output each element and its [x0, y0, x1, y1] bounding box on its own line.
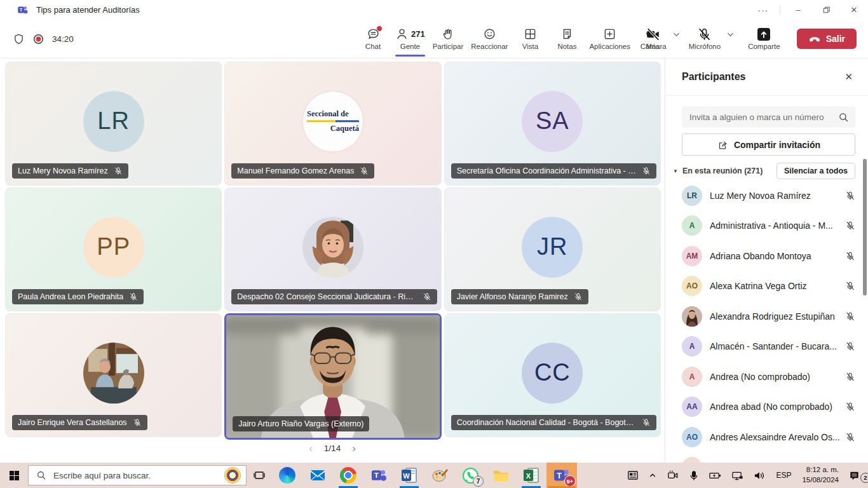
panel-scrollbar-thumb[interactable] [863, 159, 867, 295]
participant-row[interactable]: AO Alexa Katrina Vega Ortiz [665, 271, 868, 302]
video-tile-jairo-enrique[interactable]: Jairo Enrique Vera Castellanos [5, 313, 222, 437]
mic-off-icon [114, 166, 123, 175]
raise-hand-icon [441, 27, 454, 41]
taskbar-teams-active-button[interactable]: 9+ [546, 463, 577, 488]
participant-name-pill: Manuel Fernando Gomez Arenas [231, 163, 374, 179]
avatar: LR [682, 186, 702, 206]
word-icon: W [401, 467, 417, 484]
video-tile-luz-mery[interactable]: LR Luz Mery Novoa Ramírez [5, 62, 222, 186]
taskbar-teams-button[interactable] [363, 463, 394, 488]
tab-notas[interactable]: Notas [548, 20, 585, 58]
task-view-button[interactable] [247, 463, 272, 488]
minimize-button[interactable]: – [784, 0, 812, 20]
share-invitation-icon [717, 139, 728, 151]
close-button[interactable]: ✕ [840, 0, 868, 20]
taskbar-word-button[interactable]: W [394, 463, 424, 488]
participant-row[interactable]: LR Luz Mery Novoa Ramírez [665, 180, 868, 211]
tab-reaccionar[interactable]: Reaccionar [467, 20, 512, 58]
photo-avatar [302, 217, 363, 278]
page-indicator: 1/14 [324, 444, 341, 453]
taskbar-mail-button[interactable] [302, 463, 333, 488]
avatar-initials: JR [522, 217, 583, 278]
teams-meeting-window: Tips para atender Auditorías ··· – ✕ 34:… [0, 0, 868, 488]
participant-name-pill: Javier Alfonso Naranjo Ramirez [451, 289, 588, 304]
invite-search-input[interactable] [688, 112, 838, 123]
microphone-button[interactable]: Micrófono [689, 27, 721, 51]
widgets-news-button[interactable] [622, 469, 644, 482]
participant-row[interactable]: Alexandra Rodriguez Estupiñan [665, 301, 868, 332]
tab-vista[interactable]: Vista [512, 20, 548, 58]
hangup-icon [808, 35, 821, 43]
notification-center-button[interactable]: 2 [844, 470, 868, 482]
section-collapse-icon[interactable]: ▼ [673, 168, 678, 174]
previous-page-button[interactable]: ‹ [309, 443, 313, 454]
restore-button[interactable] [812, 0, 840, 20]
svg-text:W: W [403, 472, 410, 480]
participant-row[interactable]: A Administrativa - Antioquia - M... [665, 211, 868, 241]
mic-chevron-icon[interactable] [726, 30, 735, 39]
titlebar-more-button[interactable]: ··· [750, 5, 776, 15]
video-tile-manuel[interactable]: Seccional de Caquetá Manuel Fernando Gom… [224, 62, 441, 186]
start-button[interactable] [0, 463, 28, 488]
avatar-initials: LR [83, 91, 144, 152]
taskbar-edge-button[interactable] [272, 463, 302, 488]
tab-gente[interactable]: 271 Gente [391, 20, 429, 58]
tray-volume-icon[interactable] [749, 470, 771, 482]
share-screen-button[interactable]: Comparte [748, 27, 780, 51]
video-tile-jairo-arturo-active-speaker[interactable]: Jairo Arturo Riaño Vargas (Externo) [224, 313, 441, 440]
participant-row[interactable]: A Andrea (No comprobado) [665, 362, 868, 392]
taskbar-explorer-button[interactable] [485, 463, 516, 488]
participant-row[interactable]: A Almacén - Santander - Bucara... [665, 332, 868, 362]
next-page-button[interactable]: › [352, 443, 356, 454]
panel-close-button[interactable]: ✕ [842, 69, 855, 85]
tab-participar[interactable]: Participar [429, 20, 468, 58]
notes-icon [560, 27, 574, 41]
leave-button[interactable]: Salir [797, 29, 857, 49]
video-tile-paula[interactable]: PP Paula Andrea Leon Piedrahita [5, 187, 222, 311]
participant-row[interactable]: AM Adriana Obando Montoya [665, 241, 868, 271]
tab-chat[interactable]: Chat [355, 20, 391, 58]
video-tile-secretaria[interactable]: SA Secretaría Oficina Coordinación Admin… [444, 62, 661, 186]
taskbar-paint-button[interactable] [424, 463, 455, 488]
video-tile-javier[interactable]: JR Javier Alfonso Naranjo Ramirez [444, 187, 661, 311]
camera-button[interactable]: Cámara [641, 27, 667, 51]
mic-off-icon [360, 166, 369, 175]
video-grid-area: LR Luz Mery Novoa Ramírez Seccional de C… [0, 58, 665, 463]
grid-pagination: ‹ 1/14 › [0, 443, 665, 454]
tray-chevron-button[interactable] [644, 471, 661, 480]
photo-avatar [682, 306, 702, 327]
tray-camera-icon[interactable] [661, 469, 684, 482]
tray-battery-icon[interactable] [704, 470, 726, 482]
mute-all-button[interactable]: Silenciar a todos [776, 163, 855, 179]
participant-row-partial[interactable] [665, 452, 868, 463]
windows-logo-icon [10, 471, 19, 480]
smiley-icon [483, 27, 496, 41]
video-tile-coordinacion[interactable]: CC Coordinación Nacional Calidad - Bogot… [444, 313, 661, 437]
in-meeting-count-label: En esta reunión (271) [682, 166, 763, 175]
window-titlebar: Tips para atender Auditorías ··· – ✕ [0, 0, 868, 20]
taskbar-whatsapp-button[interactable]: 7 [455, 463, 485, 488]
tab-aplicaciones[interactable]: Aplicaciones [585, 20, 634, 58]
taskbar-excel-button[interactable]: X [516, 463, 546, 488]
participant-row[interactable]: AA Andrea abad (No comprobado) [665, 392, 868, 423]
camera-chevron-icon[interactable] [672, 30, 681, 39]
mic-off-icon [574, 292, 583, 301]
avatar-initials: CC [522, 342, 583, 403]
avatar [682, 457, 702, 463]
language-indicator[interactable]: ESP [771, 471, 796, 480]
video-tile-despacho[interactable]: Despacho 02 Consejo Seccional Judicatura… [224, 187, 441, 311]
taskbar-search-input[interactable] [52, 470, 219, 481]
taskbar-clock[interactable]: 8:12 a. m. 15/08/2024 [796, 465, 844, 485]
system-tray: ESP 8:12 a. m. 15/08/2024 2 [622, 463, 868, 488]
participant-row[interactable]: AO Andres Alexsaindre Arevalo Os... [665, 422, 868, 452]
share-invitation-button[interactable]: Compartir invitación [682, 133, 855, 156]
meeting-toolbar: 34:20 Chat 271 Gente Participar Reaccion… [0, 20, 868, 58]
participant-name-pill: Coordinación Nacional Calidad - Bogotá -… [451, 415, 656, 430]
tray-network-icon[interactable] [726, 470, 749, 482]
taskbar-search-box[interactable] [28, 465, 247, 485]
avatar: A [682, 215, 702, 236]
tray-mic-icon[interactable] [684, 470, 704, 482]
windows-taskbar: W 7 [0, 463, 868, 488]
invite-search-box[interactable] [682, 106, 855, 128]
taskbar-chrome-button[interactable] [333, 463, 363, 488]
